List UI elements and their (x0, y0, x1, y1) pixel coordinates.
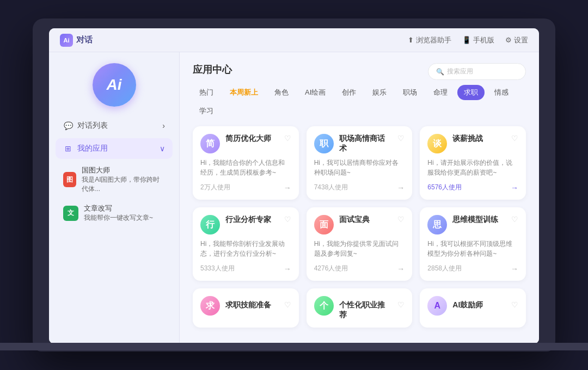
card-heart-resume[interactable]: ♡ (284, 134, 291, 143)
laptop-shell: Ai 对话 ⬆ 浏览器助手 📱 手机版 ⚙ 设置 (33, 18, 555, 351)
upload-icon: ⬆ (408, 36, 414, 44)
card-title-resume: 简历优化大师 (225, 134, 271, 144)
sidebar-sub-wenzhang[interactable]: 文 文章改写 我能帮你一键改写文章~ (56, 199, 173, 227)
tab-ai-paint[interactable]: AI绘画 (298, 85, 332, 100)
card-footer-resume: 2万人使用 → (200, 183, 291, 192)
card-title-ai-encourage: AI鼓励师 (452, 296, 506, 310)
laptop-base (0, 343, 588, 350)
card-ai-encourage: A AI鼓励师 ♡ (420, 288, 526, 328)
card-arrow-workplace-talk[interactable]: → (397, 183, 405, 192)
app-title: 对话 (76, 35, 93, 45)
card-title-salary: 谈薪挑战 (452, 134, 483, 144)
card-heart-salary[interactable]: ♡ (511, 134, 518, 143)
card-desc-salary: Hi，请开始展示你的价值，说服我给你更高的薪资吧~ (427, 158, 518, 177)
card-arrow-thinking[interactable]: → (511, 264, 518, 273)
guotu-icon: 图 (63, 172, 76, 187)
tab-hot[interactable]: 热门 (193, 85, 220, 100)
card-users-thinking: 2858人使用 (427, 264, 462, 273)
sidebar: Ai 💬 对话列表 › ⊞ 我的应用 (49, 52, 180, 344)
card-arrow-salary[interactable]: → (511, 183, 518, 192)
card-interview: 面 面试宝典 ♡ Hi，我能为你提供常见面试问题及参考回复~ 4276人使用 → (307, 207, 413, 281)
card-thinking: 思 思维模型训练 ♡ Hi，我可以根据不同顶级思维模型为你分析各种问题~ 285… (420, 207, 526, 281)
card-heart-job-skill[interactable]: ♡ (284, 296, 291, 309)
card-heart-interview[interactable]: ♡ (397, 215, 405, 224)
tab-learning[interactable]: 学习 (193, 103, 220, 119)
tab-entertainment[interactable]: 娱乐 (366, 85, 393, 100)
mobile-version-button[interactable]: 📱 手机版 (462, 35, 494, 45)
card-desc-industry: Hi，我能帮你剖析行业发展动态，进行全方位行业分析~ (200, 239, 291, 258)
card-arrow-industry[interactable]: → (284, 264, 291, 273)
tab-workplace[interactable]: 职场 (396, 85, 424, 100)
panel-header-area: 应用中心 🔍 搜索应用 (193, 63, 526, 76)
tab-emotional[interactable]: 情感 (488, 85, 515, 100)
card-users-resume: 2万人使用 (200, 183, 230, 192)
card-users-industry: 5333人使用 (200, 264, 235, 273)
settings-button[interactable]: ⚙ 设置 (505, 35, 528, 45)
tab-fortune[interactable]: 命理 (427, 85, 454, 100)
sidebar-item-chat-list[interactable]: 💬 对话列表 › (56, 115, 173, 136)
card-footer-interview: 4276人使用 → (314, 264, 405, 273)
cards-grid: 简 简历优化大师 ♡ Hi，我能结合你的个人信息和经历，生成简历模板参考~ 2万… (193, 126, 526, 328)
right-panel: 应用中心 🔍 搜索应用 热门 本周新上 角色 AI绘画 创作 娱乐 职场 命理 (180, 52, 539, 344)
card-icon-job-skill: 求 (200, 296, 220, 316)
avatar-text: Ai (107, 76, 122, 94)
my-apps-icon: ⊞ (63, 144, 73, 153)
card-icon-industry: 行 (200, 215, 220, 235)
card-desc-workplace-talk: Hi，我可以居情商帮你应对各种职场问题~ (314, 158, 405, 177)
tab-job[interactable]: 求职 (457, 85, 485, 100)
card-salary: 谈 谈薪挑战 ♡ Hi，请开始展示你的价值，说服我给你更高的薪资吧~ 6576人… (420, 126, 526, 200)
card-resume: 简 简历优化大师 ♡ Hi，我能结合你的个人信息和经历，生成简历模板参考~ 2万… (193, 126, 299, 200)
app-logo: Ai 对话 (60, 34, 93, 47)
card-icon-thinking: 思 (427, 215, 447, 235)
card-users-workplace-talk: 7438人使用 (314, 183, 348, 192)
sidebar-nav: 💬 对话列表 › ⊞ 我的应用 ∨ 图 (49, 115, 179, 228)
card-workplace-talk: 职 职场高情商话术 ♡ Hi，我可以居情商帮你应对各种职场问题~ 7438人使用… (307, 126, 413, 200)
card-footer-thinking: 2858人使用 → (427, 264, 518, 273)
chevron-down-icon: ∨ (160, 144, 165, 153)
card-footer-salary: 6576人使用 → (427, 183, 518, 192)
avatar: Ai (93, 63, 136, 107)
card-icon-ai-encourage: A (427, 296, 447, 316)
browser-helper-button[interactable]: ⬆ 浏览器助手 (408, 35, 451, 45)
logo-icon: Ai (60, 34, 73, 47)
card-icon-salary: 谈 (427, 134, 447, 153)
search-icon: 🔍 (436, 68, 444, 76)
tab-new[interactable]: 本周新上 (223, 85, 265, 100)
screen: Ai 对话 ⬆ 浏览器助手 📱 手机版 ⚙ 设置 (49, 28, 539, 344)
card-heart-thinking[interactable]: ♡ (511, 215, 518, 224)
card-icon-resume: 简 (200, 134, 220, 153)
chat-list-icon: 💬 (63, 121, 73, 131)
card-icon-workplace-talk: 职 (314, 134, 334, 153)
card-icon-personal-rec: 个 (314, 296, 334, 316)
card-heart-ai-encourage[interactable]: ♡ (511, 296, 518, 309)
card-heart-industry[interactable]: ♡ (284, 215, 291, 224)
card-desc-resume: Hi，我能结合你的个人信息和经历，生成简历模板参考~ (200, 158, 291, 177)
wenzhang-icon: 文 (63, 206, 78, 221)
card-job-skill: 求 求职技能准备 ♡ (193, 288, 299, 328)
card-title-interview: 面试宝典 (339, 215, 370, 225)
card-arrow-resume[interactable]: → (284, 183, 291, 192)
card-footer-industry: 5333人使用 → (200, 264, 291, 273)
card-title-thinking: 思维模型训练 (452, 215, 498, 225)
tab-role[interactable]: 角色 (268, 85, 295, 100)
tabs-bar: 热门 本周新上 角色 AI绘画 创作 娱乐 职场 命理 求职 情感 学习 (193, 85, 526, 119)
card-desc-interview: Hi，我能为你提供常见面试问题及参考回复~ (314, 239, 405, 258)
tab-create[interactable]: 创作 (335, 85, 363, 100)
card-title-industry: 行业分析专家 (225, 215, 271, 225)
card-heart-workplace-talk[interactable]: ♡ (397, 134, 405, 143)
sidebar-item-my-apps[interactable]: ⊞ 我的应用 ∨ (56, 138, 173, 159)
card-arrow-interview[interactable]: → (397, 264, 405, 273)
card-title-workplace-talk: 职场高情商话术 (339, 134, 393, 153)
search-bar[interactable]: 🔍 搜索应用 (428, 63, 526, 80)
card-desc-thinking: Hi，我可以根据不同顶级思维模型为你分析各种问题~ (427, 239, 518, 258)
card-industry: 行 行业分析专家 ♡ Hi，我能帮你剖析行业发展动态，进行全方位行业分析~ 53… (193, 207, 299, 281)
card-users-interview: 4276人使用 (314, 264, 348, 273)
card-footer-workplace-talk: 7438人使用 → (314, 183, 405, 192)
sidebar-sub-guotu[interactable]: 图 国图大师 我是AI国图大师，带你跨时代体... (56, 161, 173, 198)
card-title-job-skill: 求职技能准备 (225, 296, 279, 310)
card-users-salary: 6576人使用 (427, 183, 462, 192)
laptop-bottom (33, 343, 555, 351)
settings-icon: ⚙ (505, 36, 512, 44)
titlebar: Ai 对话 ⬆ 浏览器助手 📱 手机版 ⚙ 设置 (49, 28, 539, 52)
card-heart-personal-rec[interactable]: ♡ (397, 296, 405, 309)
